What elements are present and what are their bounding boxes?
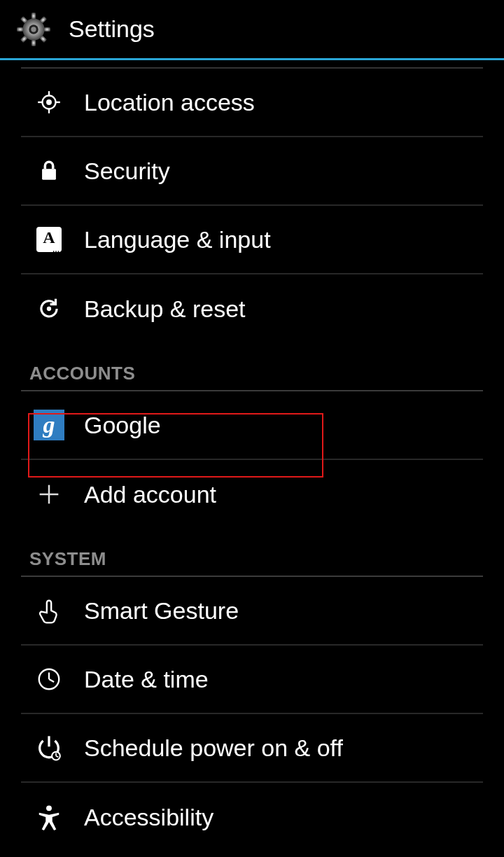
schedule-power-item[interactable]: Schedule power on & off — [21, 714, 483, 783]
add-account-item[interactable]: Add account — [21, 460, 483, 529]
google-icon: g — [34, 410, 64, 440]
location-icon — [34, 87, 64, 118]
gesture-icon — [34, 595, 64, 626]
svg-rect-2 — [31, 39, 36, 46]
location-access-item[interactable]: Location access — [21, 69, 483, 137]
settings-list-accounts: g Google Add account — [0, 391, 504, 529]
svg-line-23 — [49, 679, 54, 682]
lock-icon — [34, 155, 64, 186]
section-header-accounts: ACCOUNTS — [21, 343, 483, 391]
svg-point-12 — [46, 99, 52, 105]
accessibility-icon — [34, 802, 64, 832]
security-item[interactable]: Security — [21, 137, 483, 206]
google-account-item[interactable]: g Google — [21, 391, 483, 460]
smart-gesture-item[interactable]: Smart Gesture — [21, 577, 483, 646]
accessibility-item[interactable]: Accessibility — [21, 783, 483, 851]
settings-list-system: Smart Gesture Date & time — [0, 577, 504, 851]
settings-content: Location access Security A Language & in… — [0, 60, 504, 851]
svg-point-28 — [46, 805, 52, 811]
plus-icon — [34, 479, 64, 510]
item-label: Smart Gesture — [84, 597, 239, 625]
item-label: Location access — [84, 89, 255, 116]
date-time-item[interactable]: Date & time — [21, 646, 483, 714]
language-icon: A — [34, 224, 64, 255]
page-title: Settings — [69, 15, 155, 43]
app-header: Settings — [0, 0, 504, 60]
svg-rect-3 — [17, 27, 23, 31]
item-label: Language & input — [84, 226, 271, 253]
item-label: Backup & reset — [84, 295, 246, 323]
svg-rect-17 — [42, 169, 56, 180]
item-label: Google — [84, 412, 161, 439]
item-label: Date & time — [84, 666, 209, 693]
item-label: Security — [84, 158, 170, 185]
svg-rect-1 — [31, 13, 36, 19]
svg-point-10 — [31, 27, 36, 32]
item-label: Add account — [84, 481, 216, 508]
backup-reset-item[interactable]: Backup & reset — [21, 274, 483, 343]
item-label: Schedule power on & off — [84, 734, 343, 762]
settings-list-personal: Location access Security A Language & in… — [0, 69, 504, 343]
schedule-power-icon — [34, 732, 64, 763]
clock-icon — [34, 664, 64, 695]
settings-gear-icon — [15, 11, 52, 48]
backup-icon — [34, 293, 64, 324]
item-label: Accessibility — [84, 804, 214, 831]
svg-point-18 — [47, 307, 51, 311]
section-header-system: SYSTEM — [21, 529, 483, 577]
language-input-item[interactable]: A Language & input — [21, 206, 483, 274]
svg-rect-4 — [44, 27, 50, 31]
